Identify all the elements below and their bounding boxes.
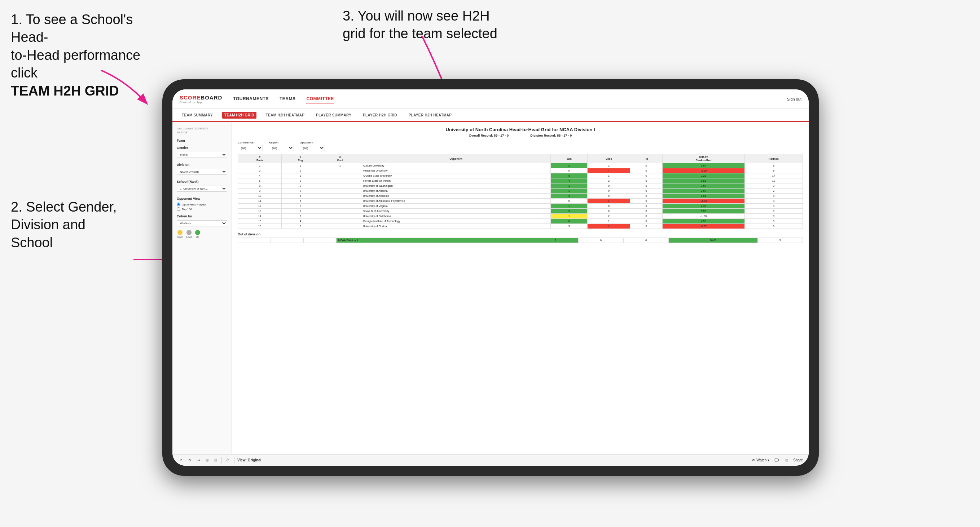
table-row: 4 1 Arizona State University 5 1 0 2.29 … — [238, 173, 803, 178]
toolbar-comment[interactable]: 💬 — [773, 457, 780, 463]
main-nav: TOURNAMENTS TEAMS COMMITTEE — [233, 95, 787, 103]
ood-rounds: 3 — [757, 238, 803, 243]
instruction-step3: 3. You will now see H2H grid for the tea… — [343, 7, 523, 43]
colour-select[interactable]: Win/loss — [177, 220, 227, 226]
sidebar-team-label: Team — [177, 139, 227, 142]
logo-tagline: Powered by clippi — [180, 100, 222, 104]
table-row: 13 1 Texas Tech University 3 0 0 5.56 9 — [238, 209, 803, 214]
subnav-team-summary[interactable]: TEAM SUMMARY — [180, 112, 215, 119]
nav-tournaments[interactable]: TOURNAMENTS — [233, 95, 269, 103]
radio-opponents-played[interactable]: Opponents Played — [177, 203, 227, 206]
radio-top100[interactable]: Top 100 — [177, 207, 227, 211]
app-logo: SCOREBOARD Powered by clippi — [180, 94, 222, 104]
colour-dot-up — [195, 230, 200, 235]
nav-committee[interactable]: COMMITTEE — [306, 95, 334, 103]
region-filter[interactable]: (All) — [269, 145, 294, 151]
sidebar-school-label: School (Rank) — [177, 180, 227, 184]
toolbar-view[interactable]: View: Original — [237, 458, 261, 462]
bottom-toolbar: ↺ ↻ ⇥ ⊞ ⊡ ⏱ View: Original 👁 Watch ▾ 💬 ⊡… — [172, 454, 809, 466]
conference-filter[interactable]: (All) — [238, 145, 263, 151]
toolbar-undo[interactable]: ↺ — [178, 457, 184, 463]
col-rounds: Rounds — [745, 154, 803, 163]
tablet-frame: SCOREBOARD Powered by clippi TOURNAMENTS… — [162, 79, 819, 476]
toolbar-share[interactable]: Share — [793, 458, 803, 462]
colour-dot-down — [177, 230, 183, 235]
toolbar-copy[interactable]: ⊞ — [204, 457, 210, 463]
filter-region: Region (All) — [269, 141, 294, 151]
logo-board: BOARD — [200, 94, 222, 100]
toolbar-clock[interactable]: ⏱ — [225, 457, 231, 463]
sidebar: Last Updated: 27/03/2024 16:55:38 Team G… — [172, 122, 232, 454]
table-row: 3 2 Vanderbilt University 0 4 0 -2.29 8 — [238, 168, 803, 173]
table-header-row: #Rank #Reg #Conf Opponent Win Loss Tie D… — [238, 154, 803, 163]
col-reg: #Reg — [282, 154, 319, 163]
col-loss: Loss — [587, 154, 630, 163]
subnav-team-h2h-grid[interactable]: TEAM H2H GRID — [222, 112, 256, 119]
colour-up: Up — [195, 230, 200, 238]
col-conf: #Conf — [319, 154, 361, 163]
instruction-step1: 1. To see a School's Head- to-Head perfo… — [11, 11, 162, 100]
sub-navbar: TEAM SUMMARY TEAM H2H GRID TEAM H2H HEAT… — [172, 109, 809, 122]
table-row: 15 4 Georgia Institute of Technology 0 1… — [238, 219, 803, 224]
toolbar-sep1 — [221, 457, 222, 464]
sidebar-colour-label: Colour by — [177, 214, 227, 218]
colour-level: Level — [186, 230, 192, 238]
table-row: 6 2 Florida State University 4 2 0 1.83 … — [238, 178, 803, 184]
subnav-player-h2h-heatmap[interactable]: PLAYER H2H HEATMAP — [407, 112, 454, 119]
filter-conference: Conference (All) — [238, 141, 263, 151]
out-of-division-table: NCAA Division II 1 0 0 26.00 3 — [238, 238, 803, 243]
col-opponent: Opponent — [361, 154, 551, 163]
table-row: 10 5 University of Alabama 3 0 0 2.61 8 — [238, 194, 803, 198]
ood-win: 1 — [533, 238, 578, 243]
school-select[interactable]: 1. University of Nort... — [177, 186, 227, 192]
table-row: 8 2 University of Washington 1 0 0 3.67 … — [238, 184, 803, 189]
toolbar-sep2 — [234, 457, 234, 464]
colour-legend: Down Level Up — [177, 230, 227, 238]
filter-opponent: Opponent (All) — [300, 141, 325, 151]
sign-out-button[interactable]: Sign out — [787, 97, 802, 101]
filter-row: Conference (All) Region (All) Opponent — [238, 141, 803, 151]
grid-area: University of North Carolina Head-to-Hea… — [232, 122, 809, 454]
toolbar-right: 👁 Watch ▾ 💬 ⊡ Share — [752, 457, 803, 463]
ood-tie: 0 — [624, 238, 669, 243]
toolbar-paste[interactable]: ⊡ — [213, 457, 219, 463]
subnav-player-summary[interactable]: PLAYER SUMMARY — [314, 112, 353, 119]
col-rank: #Rank — [238, 154, 282, 163]
sidebar-division-label: Division — [177, 163, 227, 167]
subnav-player-h2h-grid[interactable]: PLAYER H2H GRID — [361, 112, 399, 119]
subnav-team-h2h-heatmap[interactable]: TEAM H2H HEATMAP — [264, 112, 307, 119]
gender-select[interactable]: Men's — [177, 152, 227, 158]
table-row: 9 3 University of Arizona 1 0 0 9.00 2 — [238, 189, 803, 194]
opponent-view-radios: Opponents Played Top 100 — [177, 203, 227, 211]
colour-dot-level — [186, 230, 191, 235]
ood-loss: 0 — [578, 238, 623, 243]
sidebar-opponent-label: Opponent View — [177, 197, 227, 200]
toolbar-forward[interactable]: ⇥ — [196, 457, 201, 463]
col-diff: Diff AvStrokes/Rnd — [663, 154, 745, 163]
table-row: 11 6 University of Arkansas, Fayettevill… — [238, 198, 803, 204]
table-row: 14 2 University of Oklahoma 1 2 0 -1.00 … — [238, 214, 803, 219]
table-row: 2 1 1 Auburn University 2 1 0 1.67 9 — [238, 163, 803, 168]
colour-down: Down — [177, 230, 183, 238]
tablet-screen: SCOREBOARD Powered by clippi TOURNAMENTS… — [172, 89, 809, 466]
grid-title: University of North Carolina Head-to-Hea… — [238, 127, 803, 132]
h2h-table: #Rank #Reg #Conf Opponent Win Loss Tie D… — [238, 154, 803, 229]
col-win: Win — [551, 154, 587, 163]
ood-name: NCAA Division II — [336, 238, 533, 243]
main-content: Last Updated: 27/03/2024 16:55:38 Team G… — [172, 122, 809, 454]
division-select[interactable]: NCAA Division I — [177, 169, 227, 175]
instruction-step2: 2. Select Gender, Division and School — [11, 198, 141, 252]
table-row: 12 3 University of Virginia 1 0 0 2.33 3 — [238, 204, 803, 209]
sidebar-timestamp: Last Updated: 27/03/2024 16:55:38 — [177, 127, 227, 135]
table-row: 16 3 University of Florida 3 1 0 -6.62 9 — [238, 224, 803, 229]
nav-teams[interactable]: TEAMS — [280, 95, 296, 103]
sidebar-colour-section: Colour by Win/loss Down Level — [177, 214, 227, 238]
out-of-division-header: Out of division — [238, 232, 803, 236]
toolbar-redo[interactable]: ↻ — [187, 457, 192, 463]
grid-records: Overall Record: 89 - 17 - 0 Division Rec… — [238, 134, 803, 137]
toolbar-present[interactable]: ⊡ — [784, 457, 789, 463]
opponent-filter[interactable]: (All) — [300, 145, 325, 151]
toolbar-watch[interactable]: 👁 Watch ▾ — [752, 458, 769, 462]
app-navbar: SCOREBOARD Powered by clippi TOURNAMENTS… — [172, 89, 809, 109]
sidebar-gender-label: Gender — [177, 146, 227, 149]
